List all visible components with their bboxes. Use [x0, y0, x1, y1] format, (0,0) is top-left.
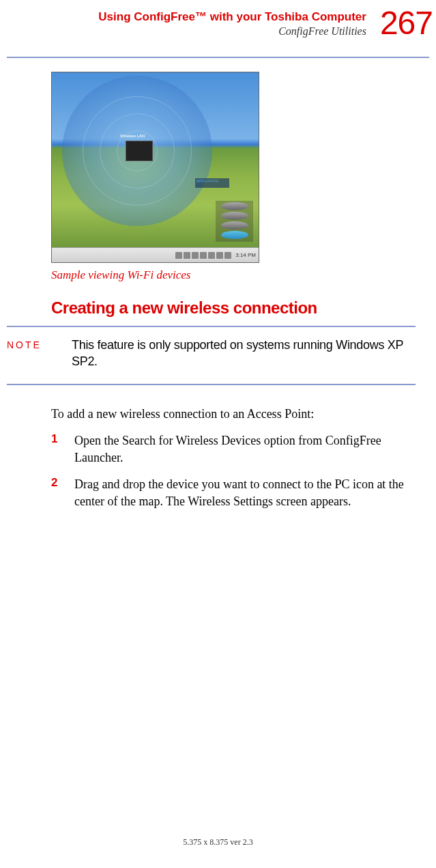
- note-text: This feature is only supported on system…: [72, 337, 416, 370]
- peer-device: BRIGANTIA: [195, 178, 229, 188]
- tray-icon: [208, 252, 215, 259]
- tray-icon: [200, 252, 207, 259]
- page-header: Using ConfigFree™ with your Toshiba Comp…: [0, 0, 436, 40]
- taskbar-clock: 3:14 PM: [235, 252, 256, 258]
- figure-caption: Sample viewing Wi-Fi devices: [51, 268, 416, 282]
- step-list: 1 Open the Search for Wireless Devices o…: [51, 432, 416, 511]
- list-item: 2 Drag and drop the device you want to c…: [51, 476, 416, 510]
- pc-icon: [126, 141, 153, 161]
- tray-icon: [184, 252, 190, 259]
- chapter-title: Using ConfigFree™ with your Toshiba Comp…: [98, 10, 366, 24]
- tray-icon: [216, 252, 223, 259]
- screenshot-figure: Wireless LAN BRIGANTIA 3:14: [51, 72, 416, 282]
- stack-item: [221, 221, 248, 229]
- step-text: Drag and drop the device you want to con…: [74, 476, 416, 510]
- section-heading: Creating a new wireless connection: [51, 298, 416, 318]
- tray-icon: [192, 252, 199, 259]
- step-number: 2: [51, 476, 63, 510]
- intro-text: To add a new wireless connection to an A…: [51, 406, 416, 423]
- stack-item: [221, 212, 248, 220]
- center-device-label: Wireless LAN: [120, 134, 145, 138]
- stack-item: [221, 202, 248, 210]
- tray-icons: [175, 252, 231, 259]
- note-label: NOTE: [7, 337, 51, 370]
- page-footer: 5.375 x 8.375 ver 2.3: [0, 837, 436, 848]
- page-content: Wireless LAN BRIGANTIA 3:14: [0, 58, 436, 511]
- list-item: 1 Open the Search for Wireless Devices o…: [51, 432, 416, 466]
- device-stack: [216, 201, 253, 242]
- wifi-radar-screenshot: Wireless LAN BRIGANTIA 3:14: [51, 72, 259, 263]
- header-titles: Using ConfigFree™ with your Toshiba Comp…: [98, 7, 366, 38]
- tray-icon: [175, 252, 182, 259]
- page-number: 267: [380, 7, 433, 40]
- tray-icon: [224, 252, 231, 259]
- section-subtitle: ConfigFree Utilities: [98, 25, 366, 38]
- taskbar: 3:14 PM: [52, 247, 259, 262]
- stack-item-active: [221, 231, 248, 239]
- step-text: Open the Search for Wireless Devices opt…: [74, 432, 416, 466]
- step-number: 1: [51, 432, 63, 466]
- note-callout: NOTE This feature is only supported on s…: [7, 326, 416, 385]
